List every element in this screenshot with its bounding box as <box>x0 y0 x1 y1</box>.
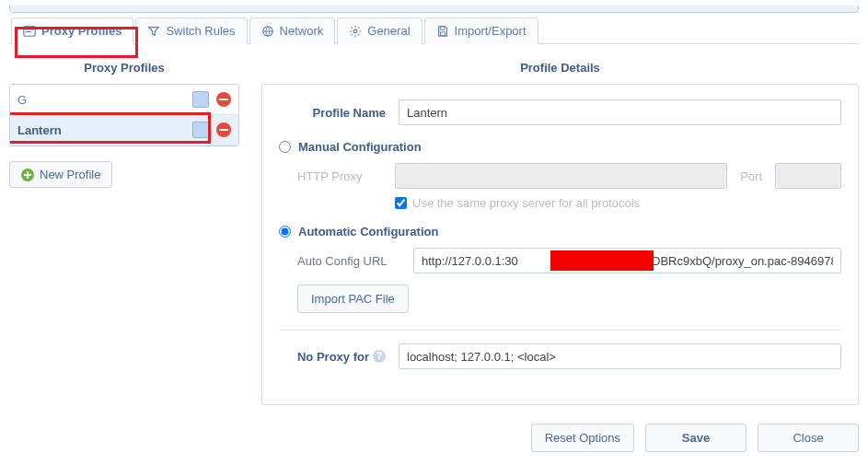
same-proxy-checkbox[interactable] <box>395 197 407 209</box>
delete-icon[interactable] <box>216 92 231 107</box>
reset-options-button[interactable]: Reset Options <box>531 424 634 452</box>
manual-config-label: Manual Configuration <box>298 140 422 154</box>
profile-name: Lantern <box>17 123 62 137</box>
import-pac-button[interactable]: Import PAC File <box>297 285 409 313</box>
tab-strip: Proxy Profiles Switch Rules Network Gene… <box>9 17 859 44</box>
profile-row[interactable]: G <box>10 85 238 115</box>
close-button[interactable]: Close <box>758 424 859 452</box>
tab-network[interactable]: Network <box>249 17 336 44</box>
http-proxy-label: HTTP Proxy <box>297 169 386 183</box>
profiles-icon <box>23 25 36 38</box>
tab-label: Import/Export <box>455 24 527 38</box>
http-proxy-port-input[interactable] <box>775 163 841 189</box>
save-icon <box>436 25 449 38</box>
no-proxy-label-wrap: No Proxy for ? <box>279 350 386 364</box>
profile-name-label: Profile Name <box>279 106 386 120</box>
section-divider <box>279 330 841 331</box>
auto-config-url-label: Auto Config URL <box>297 254 404 268</box>
tab-label: Network <box>280 24 324 38</box>
new-profile-button[interactable]: New Profile <box>9 161 112 188</box>
manual-config-radio[interactable] <box>279 141 291 153</box>
automatic-config-radio[interactable] <box>279 226 291 238</box>
tab-label: Switch Rules <box>166 24 235 38</box>
svg-rect-2 <box>26 31 31 32</box>
network-icon <box>261 25 274 38</box>
tab-import-export[interactable]: Import/Export <box>424 17 538 44</box>
profile-name: G <box>17 93 27 107</box>
color-swatch[interactable] <box>192 122 209 138</box>
svg-rect-6 <box>440 31 445 35</box>
profiles-list-title: Proxy Profiles <box>9 61 239 75</box>
svg-point-4 <box>353 29 357 33</box>
help-icon[interactable]: ? <box>373 350 386 363</box>
tab-label: Proxy Profiles <box>41 24 122 38</box>
profiles-list: G Lantern <box>9 84 239 146</box>
no-proxy-label: No Proxy for <box>297 350 369 364</box>
profile-details-title: Profile Details <box>261 61 859 75</box>
tab-label: General <box>367 24 410 38</box>
auto-config-url-input[interactable] <box>413 248 841 273</box>
save-button[interactable]: Save <box>645 424 746 452</box>
http-proxy-host-input[interactable] <box>395 163 727 189</box>
plus-icon <box>21 169 34 181</box>
svg-rect-1 <box>26 29 34 29</box>
footer-buttons: Reset Options Save Close <box>261 424 859 452</box>
tab-proxy-profiles[interactable]: Proxy Profiles <box>11 17 133 44</box>
profile-details-panel: Profile Name Manual Configuration HTTP P… <box>261 84 859 405</box>
profile-row[interactable]: Lantern <box>10 115 238 145</box>
tab-switch-rules[interactable]: Switch Rules <box>135 17 247 44</box>
top-panel-edge <box>9 6 859 13</box>
profile-name-input[interactable] <box>399 99 841 125</box>
gear-icon <box>349 25 362 38</box>
same-proxy-label: Use the same proxy server for all protoc… <box>412 196 640 210</box>
filter-icon <box>147 25 160 38</box>
no-proxy-input[interactable] <box>399 343 841 369</box>
port-label: Port <box>736 169 766 183</box>
button-label: New Profile <box>40 168 100 181</box>
tab-general[interactable]: General <box>337 17 422 44</box>
delete-icon[interactable] <box>216 122 231 137</box>
color-swatch[interactable] <box>192 91 209 108</box>
automatic-config-label: Automatic Configuration <box>298 225 438 238</box>
